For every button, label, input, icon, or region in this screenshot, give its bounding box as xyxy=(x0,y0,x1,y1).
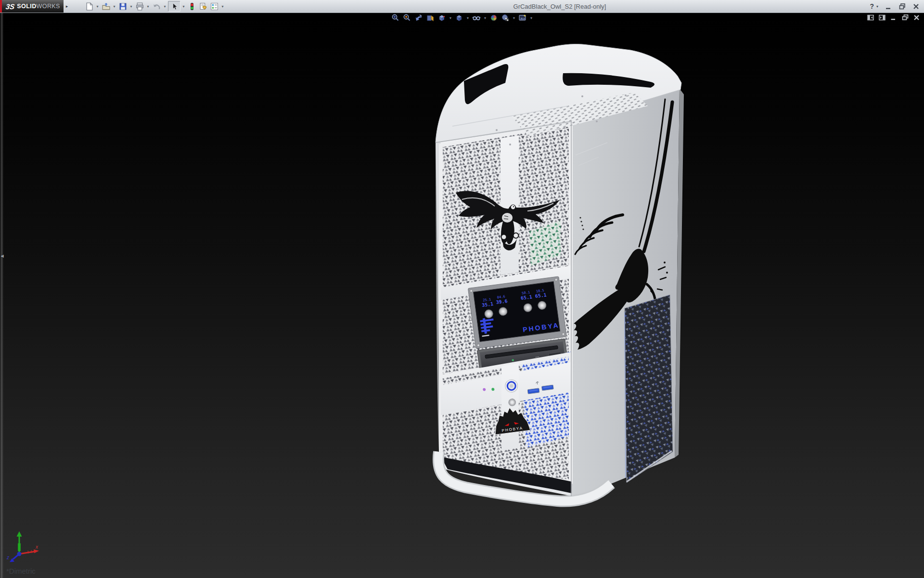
title-bar: 3S SOLIDWORKS ▸ ▾ ▾ ▾ ▾ ▾ ▾ xyxy=(0,0,924,13)
x-axis-label: x xyxy=(35,544,38,550)
undo-icon xyxy=(153,2,161,11)
panel-splitter-inner[interactable] xyxy=(2,13,3,578)
menu-expand-button[interactable]: ▸ xyxy=(64,1,70,12)
minimize-document-icon xyxy=(890,14,897,21)
headsup-view-toolbar: ▾ ▾ ▾ ▾ ▾ xyxy=(390,13,534,23)
display-style-cube-icon xyxy=(455,13,463,22)
print-button[interactable] xyxy=(134,1,145,12)
solidworks-window: 3S SOLIDWORKS ▸ ▾ ▾ ▾ ▾ ▾ ▾ xyxy=(0,0,924,578)
print-icon xyxy=(136,2,144,11)
options-button[interactable] xyxy=(209,1,219,12)
close-document-button[interactable] xyxy=(913,14,920,21)
show-feature-pane-button[interactable] xyxy=(867,14,874,21)
triad-origin xyxy=(17,552,22,556)
dropdown-caret[interactable]: ▾ xyxy=(220,1,225,12)
pane-left-icon xyxy=(867,14,874,21)
section-view-button[interactable] xyxy=(425,13,436,23)
select-cursor-icon xyxy=(171,3,178,10)
dropdown-caret[interactable]: ▾ xyxy=(448,16,453,20)
file-properties-icon xyxy=(199,2,207,11)
dropdown-caret[interactable]: ▾ xyxy=(465,16,470,20)
zoom-to-area-icon xyxy=(403,13,411,22)
orientation-triad: x z xyxy=(6,531,39,562)
previous-view-button[interactable] xyxy=(413,13,424,23)
eyeglasses-icon xyxy=(472,13,481,22)
apply-scene-button[interactable] xyxy=(500,13,511,23)
restore-document-icon xyxy=(902,14,909,21)
hide-show-items-button[interactable] xyxy=(471,13,482,23)
minimize-document-button[interactable] xyxy=(890,14,897,21)
previous-view-icon xyxy=(414,13,423,22)
brand-solid: SOLID xyxy=(17,3,36,10)
zoom-to-fit-button[interactable] xyxy=(390,13,401,23)
document-window-controls xyxy=(867,14,920,21)
close-button[interactable] xyxy=(913,3,919,10)
restore-button[interactable] xyxy=(899,3,906,10)
close-document-icon xyxy=(913,14,920,21)
dropdown-caret[interactable]: ▾ xyxy=(529,16,534,20)
select-button[interactable] xyxy=(168,1,180,12)
new-document-icon xyxy=(85,2,93,11)
help-button[interactable]: ? xyxy=(870,2,874,10)
traffic-light-icon xyxy=(188,2,196,11)
dropdown-caret[interactable]: ▾ xyxy=(181,1,186,12)
model-canvas[interactable]: 25.1 35.1 04.6 39.6 50.1 65.1 18.5 65.1 xyxy=(0,0,924,578)
edit-appearance-button[interactable] xyxy=(488,13,499,23)
pane-right-icon xyxy=(879,14,886,21)
view-orientation-label: *Dimetric xyxy=(6,567,36,575)
save-icon xyxy=(119,2,127,11)
featuremanager-collapse-arrow[interactable]: ◀ xyxy=(0,251,4,260)
view-orientation-button[interactable] xyxy=(436,13,447,23)
apply-scene-icon xyxy=(501,13,510,22)
zoom-to-area-button[interactable] xyxy=(402,13,412,23)
help-caret[interactable]: ▾ xyxy=(876,4,878,9)
main-toolbar: ▾ ▾ ▾ ▾ ▾ ▾ ▾ xyxy=(84,1,225,12)
window-title: GrCadBlack_Owl_S2 [Read-only] xyxy=(513,0,606,13)
file-properties-button[interactable] xyxy=(198,1,208,12)
view-settings-button[interactable] xyxy=(517,13,528,23)
dropdown-caret[interactable]: ▾ xyxy=(112,1,117,12)
dropdown-caret[interactable]: ▾ xyxy=(128,1,134,12)
dropdown-caret[interactable]: ▾ xyxy=(95,1,100,12)
lcd-display: 25.1 35.1 04.6 39.6 50.1 65.1 18.5 65.1 xyxy=(465,276,569,349)
brand-works: WORKS xyxy=(37,3,60,10)
window-controls: ? ▾ xyxy=(870,0,919,13)
save-button[interactable] xyxy=(117,1,128,12)
zoom-to-fit-icon xyxy=(391,13,400,22)
dropdown-caret[interactable]: ▾ xyxy=(145,1,151,12)
pc-case-model[interactable]: 25.1 35.1 04.6 39.6 50.1 65.1 18.5 65.1 xyxy=(436,44,684,501)
restore-document-button[interactable] xyxy=(901,14,909,21)
undo-button[interactable] xyxy=(151,1,162,12)
z-axis-label: z xyxy=(6,555,9,560)
options-checklist-icon xyxy=(210,2,218,11)
x-axis-arrow xyxy=(34,550,39,553)
logo-red-strip xyxy=(0,0,2,13)
new-document-button[interactable] xyxy=(84,1,94,12)
view-settings-icon xyxy=(518,13,527,22)
open-folder-icon xyxy=(102,2,110,11)
dropdown-caret[interactable]: ▾ xyxy=(512,16,516,20)
display-style-button[interactable] xyxy=(454,13,464,23)
minimize-button[interactable] xyxy=(886,3,892,10)
side-vent xyxy=(625,295,673,483)
dropdown-caret[interactable]: ▾ xyxy=(483,16,488,20)
dropdown-caret[interactable]: ▾ xyxy=(162,1,167,12)
appearance-sphere-icon xyxy=(489,13,498,22)
3ds-logo-icon: 3S xyxy=(5,2,15,11)
open-button[interactable] xyxy=(101,1,111,12)
y-axis-arrow xyxy=(17,531,22,537)
rebuild-button[interactable] xyxy=(187,1,197,12)
view-orientation-cube-icon xyxy=(437,13,446,22)
solidworks-logo: 3S SOLIDWORKS xyxy=(0,0,64,13)
panel-splitter[interactable] xyxy=(1,13,1,578)
section-view-icon xyxy=(426,13,435,22)
show-display-pane-button[interactable] xyxy=(878,14,886,21)
